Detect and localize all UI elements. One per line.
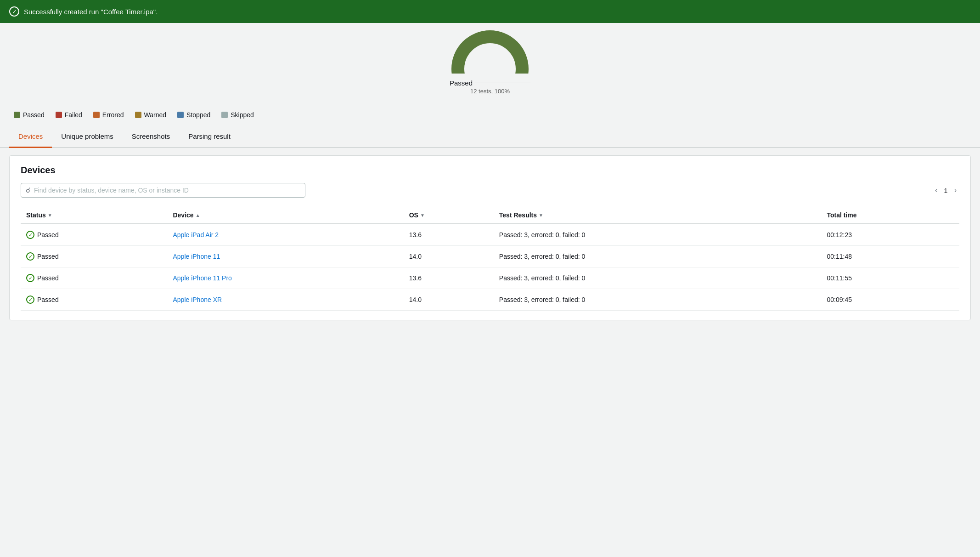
table-header: Status ▼Device ▲OS ▼Test Results ▼Total … [21,207,959,224]
passed-subtext: 12 tests, 100% [470,88,510,95]
search-row: ☌ ‹ 1 › [21,183,959,198]
status-icon: ✓ [26,231,34,239]
sort-icon: ▲ [196,213,200,218]
search-box[interactable]: ☌ [21,183,305,198]
status-label: Passed [37,253,59,260]
pagination: ‹ 1 › [932,185,959,196]
device-link[interactable]: Apple iPhone XR [173,296,222,303]
search-input[interactable] [34,187,300,194]
table-row: ✓PassedApple iPhone XR14.0Passed: 3, err… [21,289,959,311]
legend-label: Errored [102,111,124,119]
prev-page-button[interactable]: ‹ [932,185,940,196]
total-time-cell: 00:09:45 [821,289,959,311]
status-cell: ✓Passed [21,224,167,246]
legend-swatch [135,112,141,118]
device-link[interactable]: Apple iPhone 11 Pro [173,274,231,282]
os-cell: 14.0 [404,246,494,267]
legend-item-warned: Warned [135,111,167,119]
col-device[interactable]: Device ▲ [167,207,403,224]
device-cell[interactable]: Apple iPad Air 2 [167,224,403,246]
success-banner: ✓ Successfully created run "Coffee Timer… [0,0,980,23]
status-icon: ✓ [26,296,34,304]
table-body: ✓PassedApple iPad Air 213.6Passed: 3, er… [21,224,959,311]
col-total-time[interactable]: Total time [821,207,959,224]
status-label: Passed [37,296,59,303]
success-icon: ✓ [9,6,19,17]
next-page-button[interactable]: › [952,185,959,196]
tabs: DevicesUnique problemsScreenshotsParsing… [0,126,980,148]
col-label: Device [173,211,193,219]
chart-area: Passed 12 tests, 100% [0,23,980,104]
legend-label: Warned [144,111,167,119]
donut-chart [444,23,536,74]
col-label: OS [409,211,418,219]
legend-item-passed: Passed [14,111,45,119]
col-label: Total time [827,211,856,219]
status-cell: ✓Passed [21,289,167,311]
devices-table: Status ▼Device ▲OS ▼Test Results ▼Total … [21,207,959,311]
total-time-cell: 00:12:23 [821,224,959,246]
table-row: ✓PassedApple iPhone 11 Pro13.6Passed: 3,… [21,267,959,289]
status-label: Passed [37,231,59,239]
passed-label: Passed [450,79,473,87]
col-os[interactable]: OS ▼ [404,207,494,224]
legend: PassedFailedErroredWarnedStoppedSkipped [0,104,980,126]
legend-item-skipped: Skipped [221,111,254,119]
tab-devices[interactable]: Devices [9,126,52,148]
legend-item-stopped: Stopped [177,111,210,119]
donut-svg [444,23,536,74]
col-status[interactable]: Status ▼ [21,207,167,224]
total-time-cell: 00:11:55 [821,267,959,289]
sort-icon: ▼ [539,213,543,218]
test-results-cell: Passed: 3, errored: 0, failed: 0 [494,289,822,311]
passed-connector-line [475,83,530,83]
status-icon: ✓ [26,252,34,261]
legend-label: Passed [23,111,45,119]
page-number: 1 [944,187,947,194]
os-cell: 14.0 [404,289,494,311]
status-cell: ✓Passed [21,246,167,267]
legend-swatch [177,112,184,118]
test-results-cell: Passed: 3, errored: 0, failed: 0 [494,246,822,267]
legend-swatch [93,112,100,118]
total-time-cell: 00:11:48 [821,246,959,267]
passed-label-area: Passed 12 tests, 100% [450,79,530,95]
header-row: Status ▼Device ▲OS ▼Test Results ▼Total … [21,207,959,224]
search-icon: ☌ [26,186,30,194]
device-cell[interactable]: Apple iPhone 11 Pro [167,267,403,289]
devices-title: Devices [21,165,959,176]
tab-screenshots[interactable]: Screenshots [123,126,179,148]
sort-icon: ▼ [420,213,425,218]
banner-message: Successfully created run "Coffee Timer.i… [24,8,158,16]
legend-item-errored: Errored [93,111,124,119]
svg-point-0 [458,37,522,74]
status-cell: ✓Passed [21,267,167,289]
status-icon: ✓ [26,274,34,282]
os-cell: 13.6 [404,267,494,289]
device-cell[interactable]: Apple iPhone XR [167,289,403,311]
col-label: Status [26,211,46,219]
col-label: Test Results [499,211,537,219]
device-link[interactable]: Apple iPhone 11 [173,253,220,260]
tab-parsing-result[interactable]: Parsing result [179,126,240,148]
os-cell: 13.6 [404,224,494,246]
device-link[interactable]: Apple iPad Air 2 [173,231,219,239]
device-cell[interactable]: Apple iPhone 11 [167,246,403,267]
legend-swatch [14,112,20,118]
legend-swatch [56,112,62,118]
tab-unique-problems[interactable]: Unique problems [52,126,122,148]
status-label: Passed [37,274,59,282]
table-row: ✓PassedApple iPad Air 213.6Passed: 3, er… [21,224,959,246]
legend-swatch [221,112,228,118]
legend-label: Skipped [231,111,254,119]
legend-item-failed: Failed [56,111,82,119]
col-test-results[interactable]: Test Results ▼ [494,207,822,224]
legend-label: Failed [65,111,82,119]
table-row: ✓PassedApple iPhone 1114.0Passed: 3, err… [21,246,959,267]
test-results-cell: Passed: 3, errored: 0, failed: 0 [494,267,822,289]
devices-panel: Devices ☌ ‹ 1 › Status ▼Device ▲OS ▼Test… [9,155,971,320]
legend-label: Stopped [186,111,210,119]
sort-icon: ▼ [48,213,52,218]
test-results-cell: Passed: 3, errored: 0, failed: 0 [494,224,822,246]
